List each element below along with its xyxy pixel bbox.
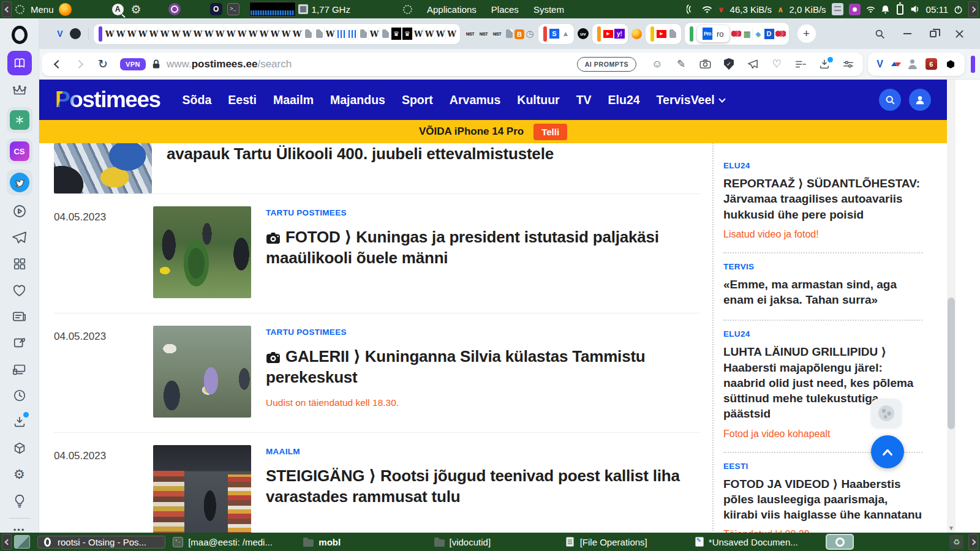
active-tab[interactable]: Pmro [697, 25, 729, 42]
panel-collapse-left-button[interactable] [2, 1, 12, 17]
volume-icon[interactable] [910, 5, 921, 13]
subscribe-button[interactable]: Telli [533, 124, 567, 140]
send-icon[interactable] [747, 59, 759, 69]
downloads-button[interactable] [8, 411, 31, 432]
workspace-switcher[interactable] [14, 535, 30, 549]
sparkle-tab[interactable]: ◆ [753, 28, 764, 40]
battery-icon[interactable] [897, 4, 903, 15]
panel-collapse-right-button[interactable] [968, 1, 978, 17]
doc-tab[interactable] [303, 28, 314, 40]
wiki-tab[interactable]: W [138, 28, 148, 40]
forward-button[interactable] [75, 59, 83, 68]
crown-tab[interactable]: ♛ [402, 28, 413, 40]
wiki-tab[interactable]: W [369, 28, 380, 40]
history-button[interactable] [8, 385, 31, 406]
tor-browser-icon[interactable] [168, 3, 181, 15]
terminal-icon[interactable]: >_ [227, 3, 239, 15]
menu-button[interactable]: Menu [31, 4, 54, 15]
nav-item[interactable]: Elu24 [608, 93, 640, 107]
github-tab[interactable] [70, 28, 81, 39]
nav-item[interactable]: Eesti [228, 93, 257, 107]
dots-tab[interactable] [731, 28, 742, 39]
article-row[interactable]: 04.05.2023 TARTU POSTIMEES GALERII ⟩ Kun… [54, 313, 700, 433]
downloads-icon[interactable] [818, 59, 831, 69]
player-button[interactable] [8, 201, 31, 222]
extension-badge-icon[interactable]: 6 [925, 58, 937, 70]
speed-dial-button[interactable] [8, 253, 31, 274]
nist-tab[interactable]: NIST [477, 28, 490, 40]
sliders-tab[interactable] [347, 28, 358, 40]
nist-tab[interactable]: NIST [491, 28, 503, 40]
promo-banner[interactable]: VÕIDA iPhone 14 Pro Telli [39, 120, 947, 143]
wiki-tab[interactable]: W [116, 28, 126, 40]
doc-tab[interactable] [380, 28, 391, 40]
edit-bookmark-icon[interactable]: ✎ [675, 58, 687, 70]
back-button[interactable] [54, 59, 62, 68]
dots-tab[interactable] [775, 28, 786, 39]
extension-v-icon[interactable]: V [876, 59, 883, 70]
nav-item[interactable]: Sport [402, 93, 433, 107]
lock-icon[interactable] [152, 59, 160, 69]
wiki-tab[interactable]: W [171, 28, 181, 40]
reading-list-button[interactable] [7, 51, 32, 75]
youtube-tab[interactable]: ▶ [603, 30, 614, 38]
taskbar-task[interactable]: rootsi - Otsing - Pos... [37, 536, 165, 549]
nist-tab[interactable]: NIST [464, 28, 477, 40]
wiki-tab[interactable]: W [127, 28, 137, 40]
reload-button[interactable]: ↻ [98, 57, 108, 71]
close-button[interactable] [955, 29, 964, 39]
wiki-tab[interactable]: W [215, 28, 225, 40]
d-tab[interactable]: D [764, 29, 775, 39]
file-cabinet-icon[interactable] [832, 3, 843, 15]
scrollbar-down-arrow[interactable]: ▼ [947, 525, 956, 531]
wiki-tab[interactable]: W [281, 28, 292, 40]
vpn-badge[interactable]: VPN [120, 58, 146, 70]
fox-tab[interactable] [631, 29, 642, 39]
nav-item[interactable]: Majandus [330, 93, 385, 107]
reading-list-icon[interactable] [794, 60, 807, 69]
doc-tab[interactable] [314, 28, 325, 40]
nav-item[interactable]: Maailm [273, 93, 314, 107]
wiki-tab[interactable]: W [424, 28, 435, 40]
minimize-button[interactable] [903, 33, 911, 34]
sidebar-category[interactable]: TERVIS [723, 262, 922, 271]
wiki-tab[interactable]: W [193, 28, 203, 40]
article-category[interactable]: TARTU POSTIMEES [266, 328, 700, 337]
wiki-tab[interactable]: W [447, 28, 457, 40]
firefox-icon[interactable] [59, 3, 72, 16]
taskbar-task[interactable]: [vidocutid] [429, 536, 557, 549]
sidebar-news-item[interactable]: TERVIS «Emme, ma armastan sind, aga enam… [723, 253, 922, 321]
sidebar-toggle-caret[interactable] [971, 56, 975, 73]
site-search-button[interactable] [879, 89, 901, 111]
taskbar-task[interactable]: mobl [298, 536, 426, 549]
settings-button[interactable]: ⚙ [8, 464, 31, 485]
nav-more[interactable]: Veel [691, 93, 725, 107]
emoji-icon[interactable]: ☺ [651, 58, 663, 70]
page-scrollbar[interactable]: ▼ [947, 80, 956, 533]
profile-button[interactable] [909, 89, 931, 111]
tweaks-icon[interactable] [842, 59, 854, 69]
bell-icon[interactable] [881, 4, 890, 14]
opera-menu-button[interactable] [8, 24, 31, 45]
extensions-button[interactable] [8, 438, 31, 459]
taskbar-task[interactable]: [maa@eesti: /medi... [168, 536, 296, 549]
article-row[interactable]: 04.05.2023 MAAILM STEIGIGÄNG ⟩ Rootsi jõ… [54, 433, 700, 533]
doc-tab[interactable] [504, 28, 514, 40]
url-display[interactable]: www.postimees.ee/search [167, 58, 292, 70]
pinboards-button[interactable] [8, 332, 31, 353]
new-tab-button[interactable]: + [797, 24, 816, 43]
jar-tab[interactable]: ▦ [742, 28, 753, 40]
media-applet-icon[interactable] [849, 4, 861, 15]
restore-button[interactable] [930, 31, 937, 37]
tab-group-bar-purple[interactable] [99, 26, 102, 42]
yahoo-tab[interactable]: y! [614, 29, 625, 39]
article-thumbnail[interactable] [54, 143, 152, 193]
postimees-logo[interactable]: Postimees [55, 87, 160, 113]
wiki-tab[interactable]: W [270, 28, 281, 40]
wifi-icon[interactable] [702, 5, 712, 14]
places-menu[interactable]: Places [491, 4, 519, 15]
wiki-tab[interactable]: W [292, 28, 303, 40]
wiki-tab[interactable]: W [259, 28, 270, 40]
sliders-tab[interactable] [336, 28, 347, 40]
taskbar-collapse-left-button[interactable] [2, 534, 12, 550]
